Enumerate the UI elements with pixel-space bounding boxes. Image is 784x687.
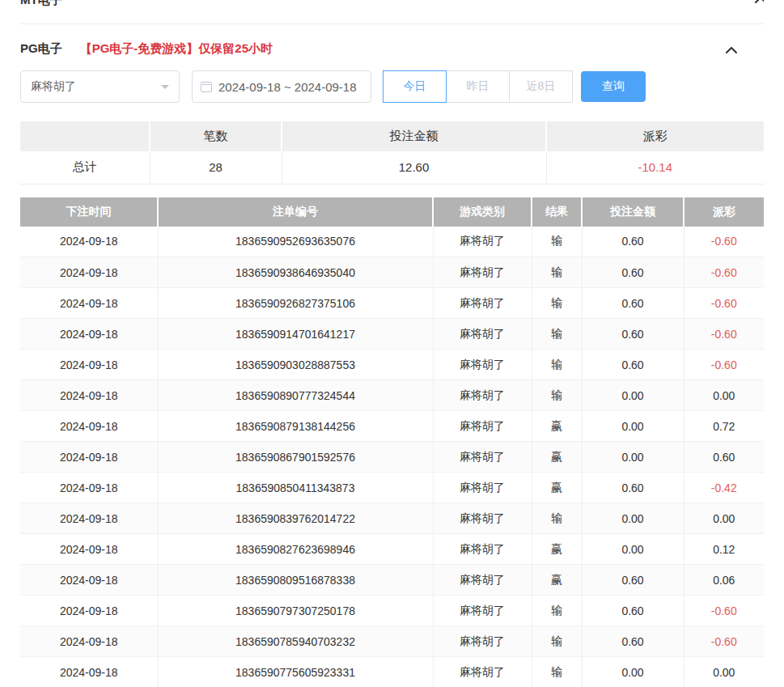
section-mt-title: MT电子 [20, 0, 62, 8]
game-select[interactable]: 麻将胡了 [20, 70, 180, 103]
game-type-cell: 麻将胡了 [433, 626, 532, 657]
bet-amount-cell: 0.60 [582, 319, 684, 350]
chevron-up-icon[interactable] [754, 0, 764, 6]
game-type-cell: 麻将胡了 [433, 596, 532, 626]
table-row: 2024-09-181836590827623698946麻将胡了赢0.000.… [20, 534, 764, 565]
header-bet-amount-cell: 投注金额 [582, 197, 684, 227]
payout-cell: -0.60 [684, 227, 764, 257]
bet-table-header-row: 下注时间注单编号游戏类别结果投注金额派彩 [20, 197, 764, 227]
bet-table: 下注时间注单编号游戏类别结果投注金额派彩 2024-09-18183659095… [20, 197, 764, 687]
chevron-up-icon[interactable] [725, 44, 738, 57]
bet-time-cell: 2024-09-18 [20, 473, 158, 503]
game-type-cell: 麻将胡了 [433, 380, 532, 411]
summary-header-payout: 派彩 [546, 121, 764, 151]
last-8-days-button[interactable]: 近8日 [509, 70, 573, 103]
table-row: 2024-09-181836590952693635076麻将胡了输0.60-0… [20, 227, 764, 257]
order-id-cell: 1836590797307250178 [158, 596, 433, 626]
bet-amount-cell: 0.00 [582, 503, 684, 534]
order-id-cell: 1836590809516878338 [158, 565, 433, 596]
result-cell: 输 [532, 257, 582, 288]
result-cell: 输 [532, 596, 582, 626]
table-row: 2024-09-181836590775605923331麻将胡了输0.000.… [20, 657, 764, 687]
table-row: 2024-09-181836590903028887553麻将胡了输0.60-0… [20, 350, 764, 380]
order-id-cell: 1836590890777324544 [158, 380, 433, 411]
order-id-cell: 1836590775605923331 [158, 657, 433, 687]
result-cell: 输 [532, 657, 582, 687]
bet-time-cell: 2024-09-18 [20, 257, 158, 288]
date-range-input[interactable]: 2024-09-18 ~ 2024-09-18 [192, 70, 371, 103]
pg-section-header: PG电子 【PG电子-免费游戏】仅保留25小时 [20, 24, 764, 70]
bet-time-cell: 2024-09-18 [20, 503, 158, 534]
summary-total-bet-amount: 12.60 [282, 151, 546, 184]
payout-cell: 0.72 [684, 411, 764, 442]
payout-cell: 0.00 [684, 380, 764, 411]
result-cell: 输 [532, 350, 582, 380]
order-id-cell: 1836590903028887553 [158, 350, 433, 380]
today-button[interactable]: 今日 [383, 70, 447, 103]
summary-header-bet-amount: 投注金额 [282, 121, 546, 151]
bet-amount-cell: 0.00 [582, 380, 684, 411]
table-row: 2024-09-181836590890777324544麻将胡了输0.000.… [20, 380, 764, 411]
header-result-cell: 结果 [532, 197, 582, 227]
filter-bar: 麻将胡了 2024-09-18 ~ 2024-09-18 今日 昨日 近8日 查… [20, 70, 764, 103]
bet-time-cell: 2024-09-18 [20, 411, 158, 442]
result-cell: 赢 [532, 565, 582, 596]
result-cell: 赢 [532, 442, 582, 473]
bet-time-cell: 2024-09-18 [20, 565, 158, 596]
bet-amount-cell: 0.60 [582, 257, 684, 288]
bet-time-cell: 2024-09-18 [20, 442, 158, 473]
table-row: 2024-09-181836590797307250178麻将胡了输0.60-0… [20, 596, 764, 626]
payout-cell: -0.60 [684, 626, 764, 657]
payout-cell: 0.12 [684, 534, 764, 565]
payout-cell: -0.42 [684, 473, 764, 503]
order-id-cell: 1836590926827375106 [158, 288, 433, 319]
header-payout-cell: 派彩 [684, 197, 764, 227]
bet-amount-cell: 0.60 [582, 626, 684, 657]
bet-amount-cell: 0.60 [582, 596, 684, 626]
bet-time-cell: 2024-09-18 [20, 319, 158, 350]
table-row: 2024-09-181836590867901592576麻将胡了赢0.000.… [20, 442, 764, 473]
game-type-cell: 麻将胡了 [433, 288, 532, 319]
quick-date-button-group: 今日 昨日 近8日 [383, 70, 573, 103]
payout-cell: 0.00 [684, 657, 764, 687]
chevron-down-icon [161, 85, 169, 93]
result-cell: 输 [532, 288, 582, 319]
summary-header-row: 笔数 投注金额 派彩 [20, 121, 764, 151]
game-type-cell: 麻将胡了 [433, 473, 532, 503]
table-row: 2024-09-181836590839762014722麻将胡了输0.000.… [20, 503, 764, 534]
bet-amount-cell: 0.00 [582, 411, 684, 442]
search-button[interactable]: 查询 [581, 71, 646, 102]
bet-time-cell: 2024-09-18 [20, 657, 158, 687]
payout-cell: 0.00 [684, 503, 764, 534]
bet-time-cell: 2024-09-18 [20, 596, 158, 626]
table-row: 2024-09-181836590785940703232麻将胡了输0.60-0… [20, 626, 764, 657]
game-type-cell: 麻将胡了 [433, 565, 532, 596]
yesterday-button[interactable]: 昨日 [446, 70, 510, 103]
order-id-cell: 1836590785940703232 [158, 626, 433, 657]
order-id-cell: 1836590879138144256 [158, 411, 433, 442]
game-type-cell: 麻将胡了 [433, 227, 532, 257]
bet-time-cell: 2024-09-18 [20, 626, 158, 657]
section-title: PG电子 [20, 41, 62, 57]
table-row: 2024-09-181836590914701641217麻将胡了输0.60-0… [20, 319, 764, 350]
section-mt-header: MT电子 [20, 0, 764, 24]
bet-amount-cell: 0.00 [582, 534, 684, 565]
payout-cell: -0.60 [684, 350, 764, 380]
table-row: 2024-09-181836590809516878338麻将胡了赢0.600.… [20, 565, 764, 596]
summary-total-row: 总计 28 12.60 -10.14 [20, 151, 764, 184]
result-cell: 输 [532, 227, 582, 257]
game-type-cell: 麻将胡了 [433, 534, 532, 565]
summary-table: 笔数 投注金额 派彩 总计 28 12.60 -10.14 [20, 121, 764, 184]
result-cell: 赢 [532, 473, 582, 503]
table-row: 2024-09-181836590850411343873麻将胡了赢0.60-0… [20, 473, 764, 503]
summary-header-count: 笔数 [150, 121, 282, 151]
bet-time-cell: 2024-09-18 [20, 350, 158, 380]
date-range-value: 2024-09-18 ~ 2024-09-18 [218, 80, 357, 94]
summary-header-empty [20, 121, 150, 151]
bet-amount-cell: 0.00 [582, 442, 684, 473]
result-cell: 输 [532, 503, 582, 534]
order-id-cell: 1836590850411343873 [158, 473, 433, 503]
calendar-icon [201, 82, 212, 92]
payout-cell: -0.60 [684, 288, 764, 319]
bet-amount-cell: 0.60 [582, 473, 684, 503]
